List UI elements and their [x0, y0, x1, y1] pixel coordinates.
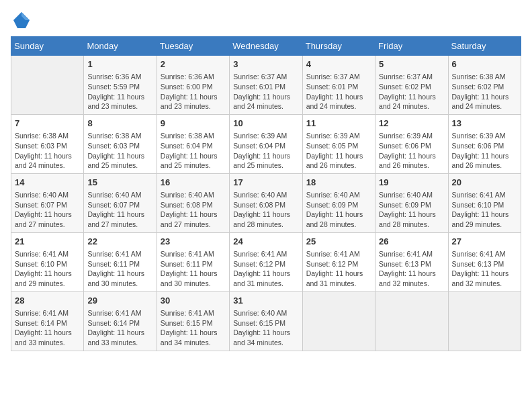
day-info: Sunrise: 6:39 AM Sunset: 6:05 PM Dayligh…: [306, 131, 371, 171]
day-number: 7: [15, 118, 80, 130]
day-number: 30: [161, 295, 226, 307]
calendar-cell: 15Sunrise: 6:40 AM Sunset: 6:07 PM Dayli…: [84, 173, 157, 232]
calendar-cell: 9Sunrise: 6:38 AM Sunset: 6:04 PM Daylig…: [157, 114, 229, 173]
calendar-cell: 10Sunrise: 6:39 AM Sunset: 6:04 PM Dayli…: [230, 114, 302, 173]
day-number: 18: [306, 177, 371, 189]
day-info: Sunrise: 6:41 AM Sunset: 6:14 PM Dayligh…: [15, 308, 80, 348]
calendar-week-row: 21Sunrise: 6:41 AM Sunset: 6:10 PM Dayli…: [11, 232, 521, 291]
calendar-cell: 23Sunrise: 6:41 AM Sunset: 6:11 PM Dayli…: [157, 232, 229, 291]
calendar-cell: 20Sunrise: 6:41 AM Sunset: 6:10 PM Dayli…: [448, 173, 521, 232]
day-info: Sunrise: 6:36 AM Sunset: 5:59 PM Dayligh…: [87, 72, 152, 111]
calendar-week-row: 28Sunrise: 6:41 AM Sunset: 6:14 PM Dayli…: [11, 291, 521, 351]
calendar-cell: [11, 56, 84, 115]
calendar-cell: [375, 291, 448, 351]
day-info: Sunrise: 6:38 AM Sunset: 6:03 PM Dayligh…: [15, 131, 80, 171]
day-number: 3: [233, 58, 298, 71]
day-info: Sunrise: 6:39 AM Sunset: 6:06 PM Dayligh…: [452, 131, 517, 171]
header: [11, 11, 521, 30]
day-info: Sunrise: 6:38 AM Sunset: 6:03 PM Dayligh…: [87, 131, 152, 171]
day-number: 31: [233, 295, 298, 307]
day-info: Sunrise: 6:38 AM Sunset: 6:02 PM Dayligh…: [452, 72, 517, 111]
day-info: Sunrise: 6:40 AM Sunset: 6:09 PM Dayligh…: [306, 190, 371, 230]
day-number: 1: [87, 58, 152, 71]
day-info: Sunrise: 6:37 AM Sunset: 6:01 PM Dayligh…: [306, 72, 371, 111]
day-number: 9: [161, 118, 226, 130]
day-number: 25: [306, 236, 371, 248]
day-info: Sunrise: 6:38 AM Sunset: 6:04 PM Dayligh…: [161, 131, 226, 171]
day-number: 5: [379, 58, 444, 71]
day-info: Sunrise: 6:40 AM Sunset: 6:07 PM Dayligh…: [15, 190, 80, 230]
calendar-cell: 30Sunrise: 6:41 AM Sunset: 6:15 PM Dayli…: [157, 291, 229, 351]
day-number: 23: [161, 236, 226, 248]
logo-icon: [12, 11, 31, 30]
calendar-cell: 14Sunrise: 6:40 AM Sunset: 6:07 PM Dayli…: [11, 173, 84, 232]
day-info: Sunrise: 6:39 AM Sunset: 6:04 PM Dayligh…: [233, 131, 298, 171]
calendar-cell: 11Sunrise: 6:39 AM Sunset: 6:05 PM Dayli…: [302, 114, 375, 173]
day-info: Sunrise: 6:37 AM Sunset: 6:01 PM Dayligh…: [233, 72, 298, 111]
calendar-cell: 24Sunrise: 6:41 AM Sunset: 6:12 PM Dayli…: [230, 232, 302, 291]
day-number: 13: [452, 118, 517, 130]
day-info: Sunrise: 6:41 AM Sunset: 6:12 PM Dayligh…: [306, 249, 371, 289]
header-day-sunday: Sunday: [11, 37, 84, 56]
day-info: Sunrise: 6:36 AM Sunset: 6:00 PM Dayligh…: [161, 72, 226, 111]
day-number: 10: [233, 118, 298, 130]
day-number: 24: [233, 236, 298, 248]
day-info: Sunrise: 6:41 AM Sunset: 6:11 PM Dayligh…: [161, 249, 226, 289]
day-info: Sunrise: 6:41 AM Sunset: 6:11 PM Dayligh…: [87, 249, 152, 289]
calendar-cell: 19Sunrise: 6:40 AM Sunset: 6:09 PM Dayli…: [375, 173, 448, 232]
day-info: Sunrise: 6:41 AM Sunset: 6:10 PM Dayligh…: [15, 249, 80, 289]
calendar-cell: 29Sunrise: 6:41 AM Sunset: 6:14 PM Dayli…: [84, 291, 157, 351]
header-day-friday: Friday: [375, 37, 448, 56]
logo: [11, 11, 31, 30]
header-day-monday: Monday: [84, 37, 157, 56]
calendar-cell: 21Sunrise: 6:41 AM Sunset: 6:10 PM Dayli…: [11, 232, 84, 291]
calendar-cell: 28Sunrise: 6:41 AM Sunset: 6:14 PM Dayli…: [11, 291, 84, 351]
day-info: Sunrise: 6:41 AM Sunset: 6:12 PM Dayligh…: [233, 249, 298, 289]
day-info: Sunrise: 6:40 AM Sunset: 6:09 PM Dayligh…: [379, 190, 444, 230]
day-info: Sunrise: 6:39 AM Sunset: 6:06 PM Dayligh…: [379, 131, 444, 171]
header-day-saturday: Saturday: [448, 37, 521, 56]
calendar-cell: 6Sunrise: 6:38 AM Sunset: 6:02 PM Daylig…: [448, 56, 521, 115]
day-number: 28: [15, 295, 80, 307]
calendar-week-row: 14Sunrise: 6:40 AM Sunset: 6:07 PM Dayli…: [11, 173, 521, 232]
calendar-cell: 27Sunrise: 6:41 AM Sunset: 6:13 PM Dayli…: [448, 232, 521, 291]
day-info: Sunrise: 6:41 AM Sunset: 6:13 PM Dayligh…: [452, 249, 517, 289]
day-number: 14: [15, 177, 80, 189]
day-info: Sunrise: 6:40 AM Sunset: 6:08 PM Dayligh…: [233, 190, 298, 230]
day-number: 17: [233, 177, 298, 189]
day-info: Sunrise: 6:40 AM Sunset: 6:15 PM Dayligh…: [233, 308, 298, 348]
day-number: 26: [379, 236, 444, 248]
day-info: Sunrise: 6:41 AM Sunset: 6:15 PM Dayligh…: [161, 308, 226, 348]
calendar-cell: 31Sunrise: 6:40 AM Sunset: 6:15 PM Dayli…: [230, 291, 302, 351]
calendar-cell: 8Sunrise: 6:38 AM Sunset: 6:03 PM Daylig…: [84, 114, 157, 173]
day-info: Sunrise: 6:41 AM Sunset: 6:14 PM Dayligh…: [87, 308, 152, 348]
day-info: Sunrise: 6:40 AM Sunset: 6:07 PM Dayligh…: [87, 190, 152, 230]
day-info: Sunrise: 6:41 AM Sunset: 6:10 PM Dayligh…: [452, 190, 517, 230]
calendar-cell: 26Sunrise: 6:41 AM Sunset: 6:13 PM Dayli…: [375, 232, 448, 291]
calendar-cell: 7Sunrise: 6:38 AM Sunset: 6:03 PM Daylig…: [11, 114, 84, 173]
day-number: 2: [161, 58, 226, 71]
calendar-week-row: 1Sunrise: 6:36 AM Sunset: 5:59 PM Daylig…: [11, 56, 521, 115]
calendar-cell: 22Sunrise: 6:41 AM Sunset: 6:11 PM Dayli…: [84, 232, 157, 291]
day-number: 19: [379, 177, 444, 189]
header-day-wednesday: Wednesday: [230, 37, 302, 56]
day-number: 27: [452, 236, 517, 248]
day-number: 20: [452, 177, 517, 189]
day-number: 4: [306, 58, 371, 71]
day-info: Sunrise: 6:37 AM Sunset: 6:02 PM Dayligh…: [379, 72, 444, 111]
day-number: 15: [87, 177, 152, 189]
calendar-cell: 13Sunrise: 6:39 AM Sunset: 6:06 PM Dayli…: [448, 114, 521, 173]
calendar-cell: 3Sunrise: 6:37 AM Sunset: 6:01 PM Daylig…: [230, 56, 302, 115]
header-day-thursday: Thursday: [302, 37, 375, 56]
calendar-cell: [448, 291, 521, 351]
calendar-cell: 17Sunrise: 6:40 AM Sunset: 6:08 PM Dayli…: [230, 173, 302, 232]
day-info: Sunrise: 6:40 AM Sunset: 6:08 PM Dayligh…: [161, 190, 226, 230]
calendar-cell: 12Sunrise: 6:39 AM Sunset: 6:06 PM Dayli…: [375, 114, 448, 173]
day-number: 11: [306, 118, 371, 130]
calendar-cell: 25Sunrise: 6:41 AM Sunset: 6:12 PM Dayli…: [302, 232, 375, 291]
day-number: 12: [379, 118, 444, 130]
calendar-table: SundayMondayTuesdayWednesdayThursdayFrid…: [11, 36, 521, 351]
day-number: 29: [87, 295, 152, 307]
day-number: 16: [161, 177, 226, 189]
calendar-cell: 18Sunrise: 6:40 AM Sunset: 6:09 PM Dayli…: [302, 173, 375, 232]
